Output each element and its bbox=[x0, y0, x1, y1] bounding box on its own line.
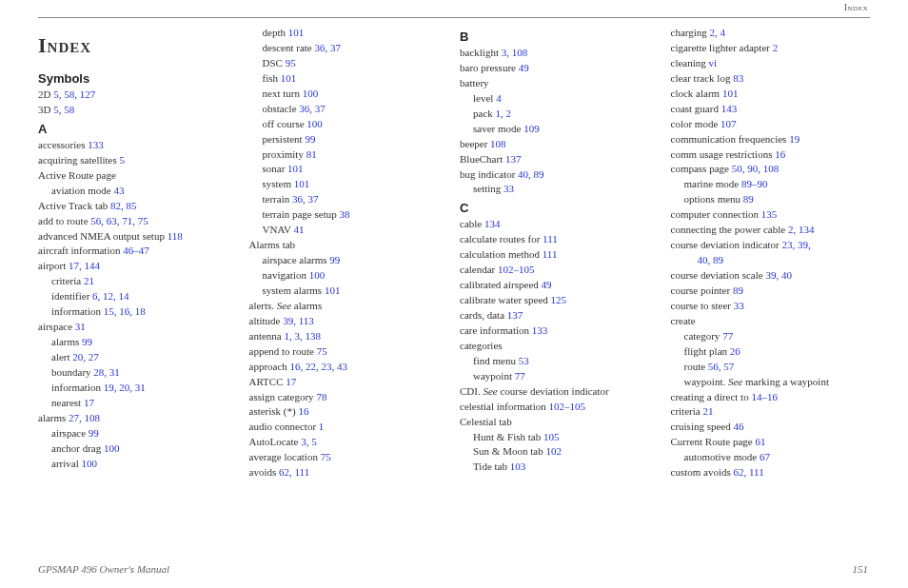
page-reference[interactable]: 28, 31 bbox=[93, 366, 120, 378]
page-reference[interactable]: 31 bbox=[75, 321, 86, 332]
page-reference[interactable]: 36, 37 bbox=[314, 42, 341, 53]
page-reference[interactable]: 3, 5 bbox=[301, 436, 317, 447]
page-reference[interactable]: 100 bbox=[309, 269, 326, 281]
page-reference[interactable]: vi bbox=[709, 57, 718, 69]
page-reference[interactable]: 17 bbox=[286, 376, 296, 387]
page-reference[interactable]: 39, 113 bbox=[283, 315, 314, 326]
page-reference[interactable]: 62, 111 bbox=[734, 466, 764, 478]
page-reference[interactable]: 33 bbox=[734, 300, 744, 311]
page-reference[interactable]: 99 bbox=[89, 427, 99, 439]
page-reference[interactable]: 137 bbox=[507, 309, 523, 321]
page-reference[interactable]: 27, 108 bbox=[69, 412, 100, 423]
page-reference[interactable]: 103 bbox=[510, 461, 526, 472]
page-reference[interactable]: 43 bbox=[113, 185, 124, 196]
page-reference[interactable]: 95 bbox=[286, 57, 296, 69]
page-reference[interactable]: 46 bbox=[733, 421, 743, 432]
page-reference[interactable]: 81 bbox=[306, 148, 317, 160]
page-reference[interactable]: 99 bbox=[305, 133, 315, 145]
page-reference[interactable]: 5 bbox=[120, 154, 126, 166]
page-reference[interactable]: 19, 20, 31 bbox=[104, 382, 146, 393]
page-reference[interactable]: 17 bbox=[84, 397, 94, 408]
page-reference[interactable]: 99 bbox=[82, 336, 92, 347]
page-reference[interactable]: 53 bbox=[519, 355, 529, 366]
page-reference[interactable]: 49 bbox=[519, 62, 529, 73]
page-reference[interactable]: 100 bbox=[303, 88, 319, 99]
page-reference[interactable]: 56, 57 bbox=[708, 361, 735, 372]
page-reference[interactable]: 102 bbox=[545, 445, 562, 457]
page-reference[interactable]: 61 bbox=[755, 436, 765, 447]
page-reference[interactable]: 101 bbox=[287, 163, 304, 174]
page-reference[interactable]: 1 bbox=[319, 421, 325, 432]
page-reference[interactable]: 101 bbox=[325, 284, 341, 296]
page-reference[interactable]: 16, 22, 23, 43 bbox=[290, 361, 348, 372]
page-reference[interactable]: 111 bbox=[543, 233, 558, 245]
page-reference[interactable]: 14–16 bbox=[751, 391, 778, 402]
page-reference[interactable]: 67 bbox=[760, 451, 770, 462]
page-reference[interactable]: 46–47 bbox=[123, 245, 149, 256]
page-reference[interactable]: 78 bbox=[316, 391, 326, 402]
page-reference[interactable]: 56, 63, 71, 75 bbox=[90, 215, 148, 226]
page-reference[interactable]: 41 bbox=[293, 224, 304, 235]
page-reference[interactable]: 2, 4 bbox=[710, 27, 726, 38]
page-reference[interactable]: 89 bbox=[743, 193, 754, 205]
page-reference[interactable]: 40, 89 bbox=[518, 168, 544, 180]
page-reference[interactable]: 118 bbox=[168, 230, 183, 242]
page-reference[interactable]: 100 bbox=[306, 118, 323, 129]
page-reference[interactable]: 33 bbox=[503, 183, 514, 194]
page-reference[interactable]: 133 bbox=[88, 139, 104, 150]
page-reference[interactable]: 107 bbox=[720, 118, 737, 129]
page-reference[interactable]: 134 bbox=[484, 218, 501, 229]
page-reference[interactable]: 16 bbox=[298, 405, 308, 417]
page-reference[interactable]: 143 bbox=[721, 103, 738, 114]
page-reference[interactable]: 83 bbox=[733, 72, 743, 84]
page-reference[interactable]: 77 bbox=[722, 330, 733, 342]
page-reference[interactable]: 75 bbox=[317, 345, 327, 357]
page-reference[interactable]: 101 bbox=[294, 178, 310, 189]
page-reference[interactable]: 101 bbox=[281, 72, 297, 84]
page-reference[interactable]: 89–90 bbox=[741, 178, 768, 189]
page-reference[interactable]: 50, 90, 108 bbox=[732, 163, 780, 174]
page-reference[interactable]: 16 bbox=[775, 148, 785, 160]
page-reference[interactable]: 101 bbox=[722, 88, 739, 99]
page-reference[interactable]: 105 bbox=[543, 431, 560, 442]
page-reference[interactable]: 21 bbox=[702, 405, 713, 417]
page-reference[interactable]: 137 bbox=[505, 153, 522, 165]
page-reference[interactable]: 62, 111 bbox=[279, 466, 309, 478]
page-reference[interactable]: 21 bbox=[84, 275, 94, 286]
page-reference[interactable]: 108 bbox=[490, 138, 506, 149]
page-reference[interactable]: 100 bbox=[81, 458, 97, 469]
page-reference[interactable]: 36, 37 bbox=[292, 193, 319, 205]
page-reference[interactable]: 5, 58, 127 bbox=[53, 88, 95, 100]
page-reference[interactable]: 133 bbox=[532, 324, 548, 336]
page-reference[interactable]: 49 bbox=[542, 279, 552, 290]
page-reference[interactable]: 23, 39, bbox=[782, 239, 811, 250]
page-reference[interactable]: 109 bbox=[523, 123, 540, 134]
page-reference[interactable]: 1, 3, 138 bbox=[284, 330, 321, 342]
page-reference[interactable]: 102–105 bbox=[548, 401, 585, 412]
page-reference[interactable]: 19 bbox=[789, 133, 799, 145]
page-reference[interactable]: 3, 108 bbox=[502, 47, 528, 58]
page-reference[interactable]: 5, 58 bbox=[53, 104, 74, 115]
page-reference[interactable]: 26 bbox=[730, 345, 740, 357]
page-reference[interactable]: 135 bbox=[761, 208, 778, 220]
page-reference[interactable]: 20, 27 bbox=[72, 351, 99, 363]
page-reference[interactable]: 36, 37 bbox=[299, 103, 326, 114]
page-reference[interactable]: 39, 40 bbox=[765, 269, 792, 281]
page-reference[interactable]: 4 bbox=[496, 92, 502, 104]
page-reference[interactable]: 82, 85 bbox=[110, 200, 137, 211]
page-reference[interactable]: 17, 144 bbox=[69, 260, 100, 271]
page-reference[interactable]: 111 bbox=[543, 248, 558, 260]
page-reference[interactable]: 15, 16, 18 bbox=[104, 305, 146, 317]
page-reference[interactable]: 2 bbox=[773, 42, 779, 53]
page-reference[interactable]: 75 bbox=[321, 451, 331, 462]
page-reference[interactable]: 89 bbox=[733, 284, 743, 296]
page-reference[interactable]: 101 bbox=[288, 27, 305, 38]
page-reference[interactable]: 77 bbox=[515, 370, 525, 382]
page-reference[interactable]: 102–105 bbox=[498, 264, 535, 275]
page-reference[interactable]: 100 bbox=[104, 442, 120, 454]
page-reference[interactable]: 38 bbox=[339, 208, 349, 220]
page-reference[interactable]: 2, 134 bbox=[788, 224, 815, 235]
page-reference[interactable]: 99 bbox=[329, 254, 340, 265]
page-reference[interactable]: 1, 2 bbox=[496, 108, 512, 119]
page-reference[interactable]: 6, 12, 14 bbox=[92, 290, 129, 302]
